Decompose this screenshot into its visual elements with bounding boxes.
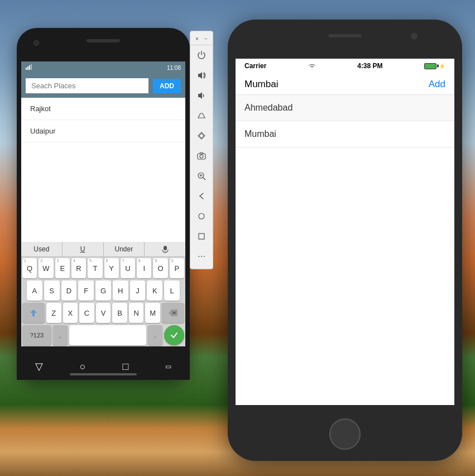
wifi-icon — [308, 63, 316, 69]
nav-home-icon[interactable]: ○ — [80, 361, 86, 373]
key-s[interactable]: S — [44, 280, 60, 301]
mic-icon[interactable] — [145, 242, 185, 256]
nav-recents-icon[interactable]: □ — [122, 361, 128, 373]
key-c[interactable]: C — [79, 303, 94, 323]
key-b[interactable]: B — [112, 303, 127, 323]
key-a[interactable]: A — [27, 280, 42, 301]
keyboard-row-3: Z X C V B N M — [21, 302, 185, 324]
more-icon[interactable]: ⋯ — [192, 247, 211, 266]
key-f[interactable]: F — [78, 280, 94, 301]
android-search-input[interactable] — [26, 78, 148, 93]
list-item[interactable]: Udaipur — [21, 120, 185, 142]
android-keyboard: Used U Under 1Q 2W 3E 4R 5T 6Y 7U 8I 9O … — [21, 242, 185, 346]
power-icon[interactable] — [192, 46, 211, 65]
close-button[interactable]: × — [193, 35, 201, 42]
list-item[interactable]: Mumbai — [236, 121, 454, 147]
list-item[interactable]: Ahmedabad — [236, 95, 454, 121]
iphone-status-bar: Carrier 4:38 PM ⚡ — [236, 59, 454, 73]
key-j[interactable]: J — [130, 280, 146, 301]
iphone-add-button[interactable]: Add — [429, 79, 445, 90]
key-q[interactable]: 1Q — [22, 258, 37, 278]
volume-high-icon[interactable] — [192, 66, 211, 85]
comma-key[interactable]: , — [53, 325, 68, 345]
battery-icon — [424, 63, 436, 69]
circle-icon[interactable] — [192, 207, 211, 226]
key-e[interactable]: 3E — [55, 258, 70, 278]
iphone-list: Ahmedabad Mumbai — [236, 95, 454, 147]
svg-point-3 — [200, 155, 203, 158]
key-p[interactable]: 0P — [170, 258, 184, 278]
iphone-battery-area: ⚡ — [424, 63, 445, 69]
key-v[interactable]: V — [96, 303, 111, 323]
svg-marker-0 — [198, 72, 202, 79]
android-speaker — [87, 39, 120, 42]
key-l[interactable]: L — [164, 280, 180, 301]
minimize-button[interactable]: − — [202, 35, 210, 42]
toolbar-panel: × − — [190, 31, 213, 269]
android-time: 11:08 — [167, 65, 181, 71]
svg-marker-1 — [198, 92, 202, 99]
volume-low-icon[interactable] — [192, 86, 211, 105]
key-z[interactable]: Z — [46, 303, 61, 323]
keyboard-row-2: A S D F G H J K L — [21, 279, 185, 302]
shift-key[interactable] — [22, 303, 45, 323]
keyboard-suggestions: Used U Under — [21, 242, 185, 257]
svg-rect-13 — [29, 65, 30, 70]
key-d[interactable]: D — [61, 280, 77, 301]
camera-icon[interactable] — [192, 146, 211, 165]
android-search-bar: ADD — [21, 74, 185, 98]
key-g[interactable]: G — [95, 280, 111, 301]
key-i[interactable]: 8I — [137, 258, 151, 278]
key-h[interactable]: H — [113, 280, 128, 301]
android-screen: 11:08 ADD Rajkot Udaipur Used U Under — [21, 61, 185, 346]
svg-rect-15 — [164, 246, 167, 250]
back-icon[interactable] — [192, 187, 211, 206]
key-y[interactable]: 6Y — [104, 258, 119, 278]
iphone-home-button[interactable] — [329, 418, 361, 450]
diamond-icon[interactable] — [192, 126, 211, 145]
android-phone: 11:08 ADD Rajkot Udaipur Used U Under — [17, 28, 190, 380]
suggestion-under[interactable]: Under — [104, 242, 145, 256]
num-key[interactable]: ?123 — [22, 325, 51, 345]
nav-back-icon[interactable]: ▽ — [35, 360, 43, 373]
backspace-key[interactable] — [162, 303, 184, 323]
done-key[interactable] — [164, 325, 184, 345]
space-key[interactable] — [69, 325, 146, 345]
nav-menu-icon[interactable]: ▭ — [165, 363, 171, 370]
iphone-camera-dot — [411, 33, 418, 40]
key-k[interactable]: K — [147, 280, 162, 301]
svg-rect-11 — [26, 68, 27, 70]
iphone-time: 4:38 PM — [357, 62, 382, 70]
list-item[interactable]: Rajkot — [21, 98, 185, 120]
android-list: Rajkot Udaipur — [21, 98, 185, 142]
android-add-button[interactable]: ADD — [153, 79, 181, 93]
eraser-icon[interactable] — [192, 106, 211, 125]
android-bottom-bar — [70, 373, 137, 375]
iphone-screen: Carrier 4:38 PM ⚡ Add Ahmedabad Mumbai — [236, 59, 454, 405]
key-u[interactable]: 7U — [121, 258, 135, 278]
toolbar-header: × − — [190, 34, 213, 45]
android-nav-bar: ▽ ○ □ ▭ — [17, 353, 190, 380]
android-camera-dot — [33, 40, 39, 46]
key-t[interactable]: 5T — [88, 258, 102, 278]
svg-rect-12 — [27, 66, 28, 70]
square-icon[interactable] — [192, 227, 211, 246]
android-status-bar: 11:08 — [21, 61, 185, 74]
key-o[interactable]: 9O — [153, 258, 167, 278]
iphone-search-input[interactable] — [244, 79, 429, 90]
iphone-speaker — [328, 34, 362, 37]
svg-rect-14 — [31, 64, 32, 70]
suggestion-u[interactable]: U — [63, 242, 104, 256]
suggestion-used[interactable]: Used — [21, 242, 63, 256]
iphone-search-row: Add — [236, 73, 454, 95]
key-w[interactable]: 2W — [39, 258, 53, 278]
keyboard-row-1: 1Q 2W 3E 4R 5T 6Y 7U 8I 9O 0P — [21, 257, 185, 279]
key-x[interactable]: X — [63, 303, 78, 323]
period-key[interactable]: . — [148, 325, 162, 345]
lightning-icon: ⚡ — [439, 63, 445, 69]
key-m[interactable]: M — [145, 303, 160, 323]
keyboard-row-4: ?123 , . — [21, 324, 185, 346]
zoom-icon[interactable] — [192, 166, 211, 185]
key-n[interactable]: N — [129, 303, 144, 323]
key-r[interactable]: 4R — [71, 258, 86, 278]
